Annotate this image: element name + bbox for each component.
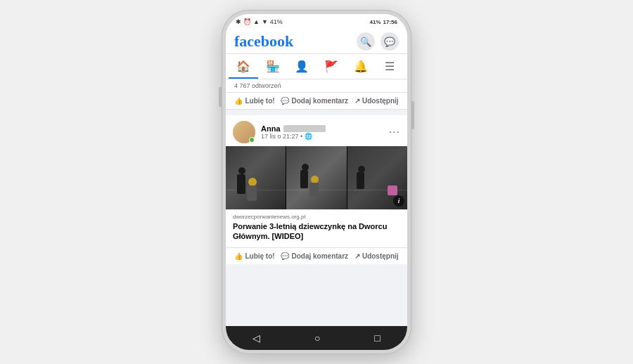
- nav-store[interactable]: 🏪: [258, 54, 288, 79]
- image-cell-1: [226, 146, 286, 209]
- link-preview[interactable]: dworzecporwanienews.org.pl Porwanie 3-le…: [226, 209, 407, 245]
- like-label: Lubię to!: [245, 252, 274, 260]
- share-label: Udostępnij: [362, 252, 399, 260]
- messenger-icon: 💬: [384, 37, 395, 47]
- avatar[interactable]: [233, 121, 255, 143]
- comment-icon-top: 💬: [281, 97, 289, 105]
- flag-icon: 🚩: [324, 60, 338, 73]
- post-header: Anna 17 lis o 21:27 • 🌐 ···: [226, 115, 407, 146]
- hamburger-icon: ☰: [385, 60, 395, 73]
- status-bar: ✱ ⏰ ▲ ▼ 41% 41% 17:56: [226, 14, 407, 28]
- post-more-button[interactable]: ···: [389, 126, 400, 138]
- facebook-header: facebook 🔍 💬: [226, 28, 407, 54]
- feed-content[interactable]: 4 767 odtworzeń 👍 Lubię to! 💬 Dodaj kome…: [226, 79, 407, 326]
- wifi-icon: ▲: [253, 18, 260, 25]
- bell-icon: 🔔: [354, 60, 368, 73]
- time-display: 17:56: [383, 19, 397, 25]
- alarm-icon: ⏰: [243, 18, 251, 25]
- post-header-left: Anna 17 lis o 21:27 • 🌐: [233, 121, 326, 143]
- post-actions: 👍 Lubię to! 💬 Dodaj komentarz ↗ Udostępn…: [226, 247, 407, 264]
- messenger-button[interactable]: 💬: [381, 32, 399, 51]
- nav-home[interactable]: 🏠: [229, 54, 258, 79]
- share-label-top: Udostępnij: [362, 97, 399, 105]
- search-icon: 🔍: [360, 37, 371, 47]
- image-cell-3: i: [347, 146, 407, 209]
- recents-button[interactable]: □: [374, 332, 380, 344]
- username-redacted: [283, 125, 326, 132]
- like-icon-top: 👍: [234, 97, 243, 105]
- comment-label: Dodaj komentarz: [291, 252, 348, 260]
- share-icon: ↗: [354, 252, 360, 260]
- image-cell-2: [286, 146, 346, 209]
- comment-label-top: Dodaj komentarz: [291, 97, 348, 105]
- status-left: ✱ ⏰ ▲ ▼ 41%: [236, 18, 283, 25]
- profile-icon: 👤: [295, 60, 309, 73]
- view-count-bar: 4 767 odtworzeń: [226, 79, 407, 93]
- share-icon-top: ↗: [354, 97, 360, 105]
- post-card: Anna 17 lis o 21:27 • 🌐 ···: [226, 115, 407, 264]
- battery-level: 41%: [370, 19, 381, 25]
- header-icons: 🔍 💬: [357, 32, 399, 51]
- phone-screen: ✱ ⏰ ▲ ▼ 41% 41% 17:56 facebook 🔍 💬: [226, 14, 407, 350]
- like-icon: 👍: [234, 252, 243, 260]
- back-button[interactable]: ◁: [252, 332, 260, 344]
- like-button[interactable]: 👍 Lubię to!: [234, 252, 274, 260]
- action-bar-top: 👍 Lubię to! 💬 Dodaj komentarz ↗ Udostępn…: [226, 93, 407, 110]
- comment-icon: 💬: [281, 252, 289, 260]
- info-badge: i: [393, 195, 404, 207]
- signal-bars: 41%: [270, 18, 283, 25]
- bluetooth-icon: ✱: [236, 18, 241, 25]
- store-icon: 🏪: [266, 60, 280, 73]
- home-icon: 🏠: [236, 60, 250, 73]
- status-right: 41% 17:56: [370, 19, 397, 25]
- post-user-info: Anna 17 lis o 21:27 • 🌐: [261, 124, 326, 140]
- facebook-logo: facebook: [234, 32, 293, 51]
- comment-button[interactable]: 💬 Dodaj komentarz: [281, 252, 348, 260]
- post-date: 17 lis o 21:27 • 🌐: [261, 133, 326, 140]
- post-username: Anna: [261, 124, 326, 133]
- nav-pages[interactable]: 🚩: [316, 54, 346, 79]
- home-button[interactable]: ○: [314, 332, 320, 344]
- signal-icon: ▼: [262, 18, 268, 25]
- nav-profile[interactable]: 👤: [287, 54, 316, 79]
- search-button[interactable]: 🔍: [357, 32, 375, 51]
- like-button-top[interactable]: 👍 Lubię to!: [234, 97, 274, 105]
- comment-button-top[interactable]: 💬 Dodaj komentarz: [281, 97, 348, 105]
- nav-notifications[interactable]: 🔔: [346, 54, 376, 79]
- post-image-grid[interactable]: i: [226, 146, 407, 209]
- facebook-nav: 🏠 🏪 👤 🚩 🔔 ☰: [226, 54, 407, 79]
- link-domain: dworzecporwanienews.org.pl: [233, 214, 400, 220]
- online-indicator: [249, 137, 255, 143]
- like-label-top: Lubię to!: [245, 97, 274, 105]
- android-bottom-nav: ◁ ○ □: [226, 326, 407, 350]
- nav-menu[interactable]: ☰: [375, 54, 404, 79]
- link-title: Porwanie 3-letnią dziewczynkę na Dworcu …: [233, 221, 400, 242]
- share-button-top[interactable]: ↗ Udostępnij: [354, 97, 399, 105]
- share-button[interactable]: ↗ Udostępnij: [354, 252, 399, 260]
- phone-device: ✱ ⏰ ▲ ▼ 41% 41% 17:56 facebook 🔍 💬: [222, 10, 411, 354]
- view-count: 4 767 odtworzeń: [234, 82, 281, 89]
- globe-icon: 🌐: [305, 133, 312, 140]
